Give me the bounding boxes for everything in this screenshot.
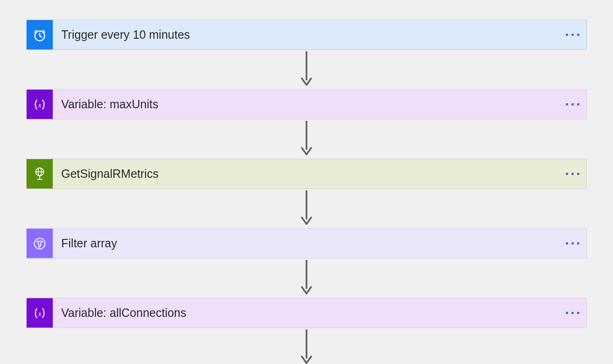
- step-label: GetSignalRMetrics: [53, 159, 558, 189]
- ellipsis-icon: [566, 34, 579, 36]
- ellipsis-icon: [566, 103, 579, 105]
- svg-text:x: x: [38, 309, 42, 317]
- step-label: Filter array: [53, 229, 558, 258]
- step-menu-button[interactable]: [558, 90, 586, 119]
- variable-icon: x: [27, 90, 53, 119]
- ellipsis-icon: [566, 242, 579, 245]
- flow-connector-arrow: [300, 50, 313, 89]
- flow-connector-arrow: [300, 119, 313, 159]
- variable-icon: x: [27, 298, 53, 328]
- step-menu-button[interactable]: [558, 20, 586, 49]
- step-label: Variable: allConnections: [53, 298, 558, 328]
- flow-connector-arrow: [300, 259, 313, 298]
- flow-connector-arrow: [300, 189, 313, 228]
- workflow-flow: Trigger every 10 minutes x Variable: max…: [0, 20, 613, 364]
- step-label: Trigger every 10 minutes: [53, 20, 558, 49]
- step-menu-button[interactable]: [558, 298, 586, 328]
- globe-icon: [27, 159, 53, 189]
- filter-icon: [27, 229, 53, 258]
- workflow-canvas: Trigger every 10 minutes x Variable: max…: [0, 0, 613, 364]
- flow-connector-arrow: [300, 328, 313, 364]
- step-label: Variable: maxUnits: [53, 90, 558, 119]
- ellipsis-icon: [566, 312, 579, 314]
- step-menu-button[interactable]: [558, 229, 586, 258]
- step-menu-button[interactable]: [558, 159, 586, 189]
- svg-text:x: x: [38, 100, 42, 108]
- clock-icon: [27, 20, 53, 49]
- ellipsis-icon: [566, 173, 579, 175]
- svg-line-2: [40, 35, 42, 37]
- workflow-step-filter[interactable]: Filter array: [26, 228, 587, 259]
- workflow-step-trigger[interactable]: Trigger every 10 minutes: [26, 20, 587, 50]
- workflow-step-variable[interactable]: x Variable: maxUnits: [26, 89, 587, 119]
- svg-point-12: [35, 238, 45, 249]
- workflow-step-http[interactable]: GetSignalRMetrics: [26, 159, 587, 189]
- workflow-step-variable[interactable]: x Variable: allConnections: [26, 298, 587, 328]
